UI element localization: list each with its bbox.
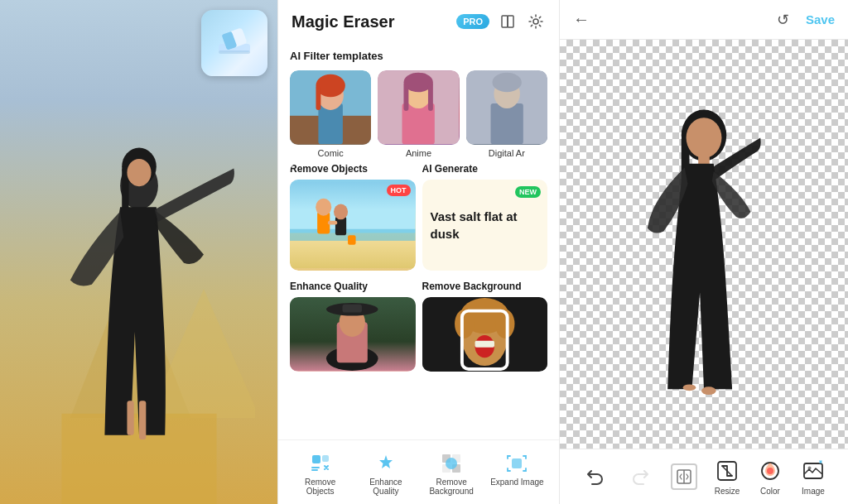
editor-header: ← ↺ Save (560, 0, 848, 40)
comic-label: Comic (290, 148, 371, 160)
refresh-button[interactable]: ↺ (777, 11, 789, 29)
bottom-features-row: Enhance Quality (290, 281, 547, 372)
filter-card-digital-art[interactable]: Digital Ar (466, 70, 547, 160)
undo-redo-group (581, 463, 654, 490)
anime-preview (378, 70, 459, 145)
svg-rect-51 (475, 341, 494, 348)
ai-generate-prompt: Vast salt flat at dusk (431, 208, 540, 242)
toolbar-remove-objects[interactable]: RemoveObjects (290, 449, 350, 499)
anime-label: Anime (378, 148, 459, 160)
undo-button[interactable] (581, 463, 608, 490)
cutout-figure (646, 91, 762, 397)
settings-icon[interactable] (526, 12, 546, 31)
svg-rect-44 (343, 305, 362, 313)
remove-bg-feature[interactable]: Remove Background (422, 281, 548, 372)
bottom-toolbar: RemoveObjects EnhanceQuality RemoveBac (278, 439, 559, 504)
mid-features-row: Remove Objects HOT (290, 163, 547, 271)
expand-image-icon (505, 452, 528, 475)
image-icon (800, 458, 826, 484)
compare-button[interactable] (671, 463, 697, 490)
svg-point-72 (767, 468, 773, 474)
svg-point-29 (492, 73, 521, 93)
book-icon[interactable] (498, 12, 518, 31)
svg-point-74 (808, 467, 812, 470)
photo-figure (23, 74, 255, 504)
svg-rect-25 (428, 83, 433, 111)
menu-header: Magic Eraser PRO (278, 0, 559, 40)
enhance-quality-feature[interactable]: Enhance Quality (290, 281, 416, 372)
color-label: Color (760, 487, 780, 496)
editor-canvas (560, 40, 848, 449)
pro-badge[interactable]: PRO (456, 14, 489, 29)
svg-rect-19 (316, 85, 320, 109)
svg-rect-54 (322, 455, 329, 462)
editor-panel: ← ↺ Save (560, 0, 848, 504)
filter-card-anime[interactable]: Anime (378, 70, 459, 160)
image-label: Image (802, 487, 825, 496)
ai-generate-card[interactable]: AI Generate NEW Vast salt flat at dusk (422, 163, 548, 271)
new-badge: NEW (515, 186, 541, 198)
ai-generate-preview: NEW Vast salt flat at dusk (422, 180, 548, 271)
toolbar-enhance-label: EnhanceQuality (369, 478, 402, 496)
digital-art-label: Digital Ar (466, 148, 547, 160)
svg-point-36 (334, 204, 348, 219)
filter-card-comic[interactable]: Comic (290, 70, 371, 160)
image-tool[interactable]: Image (800, 458, 826, 496)
remove-background-icon (440, 452, 463, 475)
redo-button[interactable] (628, 463, 654, 490)
color-icon (757, 458, 783, 484)
enhance-quality-icon (374, 452, 398, 475)
back-button[interactable]: ← (573, 10, 590, 29)
toolbar-expand-label: Expand Image (490, 478, 544, 487)
remove-objects-card[interactable]: Remove Objects HOT (290, 163, 416, 271)
enhance-quality-label: Enhance Quality (290, 281, 416, 292)
ai-filter-row: Comic Anime (290, 70, 547, 160)
svg-rect-11 (127, 401, 133, 435)
toolbar-remove-bg-label: RemoveBackground (429, 478, 473, 496)
svg-rect-12 (139, 401, 146, 439)
resize-icon (714, 458, 740, 484)
toolbar-expand-image[interactable]: Expand Image (487, 449, 547, 499)
hot-badge: HOT (387, 185, 411, 196)
svg-point-34 (316, 199, 331, 216)
feature-menu-panel: Magic Eraser PRO AI Filter templates (277, 0, 560, 504)
remove-objects-icon (309, 452, 332, 475)
toolbar-enhance-quality[interactable]: EnhanceQuality (355, 449, 416, 499)
beach-preview: HOT (290, 180, 416, 271)
remove-bg-preview (422, 297, 548, 372)
ai-generate-label: AI Generate (422, 163, 548, 175)
svg-rect-24 (404, 83, 409, 111)
svg-point-63 (687, 118, 722, 158)
svg-point-13 (533, 19, 538, 24)
menu-title: Magic Eraser (292, 12, 448, 31)
color-tool[interactable]: Color (757, 458, 783, 496)
remove-bg-label: Remove Background (422, 281, 548, 292)
resize-label: Resize (715, 487, 740, 496)
svg-rect-3 (219, 50, 250, 54)
menu-scroll: AI Filter templates (278, 40, 559, 439)
svg-point-65 (683, 384, 696, 391)
resize-tool[interactable]: Resize (714, 458, 740, 496)
svg-rect-53 (312, 455, 320, 463)
photo-panel (0, 0, 277, 504)
digital-art-preview (466, 70, 547, 145)
remove-objects-label: Remove Objects (290, 163, 416, 175)
toolbar-remove-objects-label: RemoveObjects (305, 478, 335, 496)
svg-rect-37 (348, 235, 355, 244)
svg-point-10 (127, 159, 151, 186)
ai-filter-section-title: AI Filter templates (290, 50, 547, 62)
toolbar-remove-background[interactable]: RemoveBackground (422, 449, 482, 499)
save-button[interactable]: Save (806, 12, 835, 26)
svg-rect-60 (512, 458, 522, 468)
svg-rect-27 (490, 103, 523, 144)
comic-preview (290, 70, 371, 145)
enhance-preview (290, 297, 416, 372)
svg-point-59 (446, 458, 457, 469)
svg-point-66 (701, 386, 716, 395)
editor-toolbar: Resize Color Im (560, 449, 848, 504)
app-icon[interactable] (201, 10, 267, 76)
